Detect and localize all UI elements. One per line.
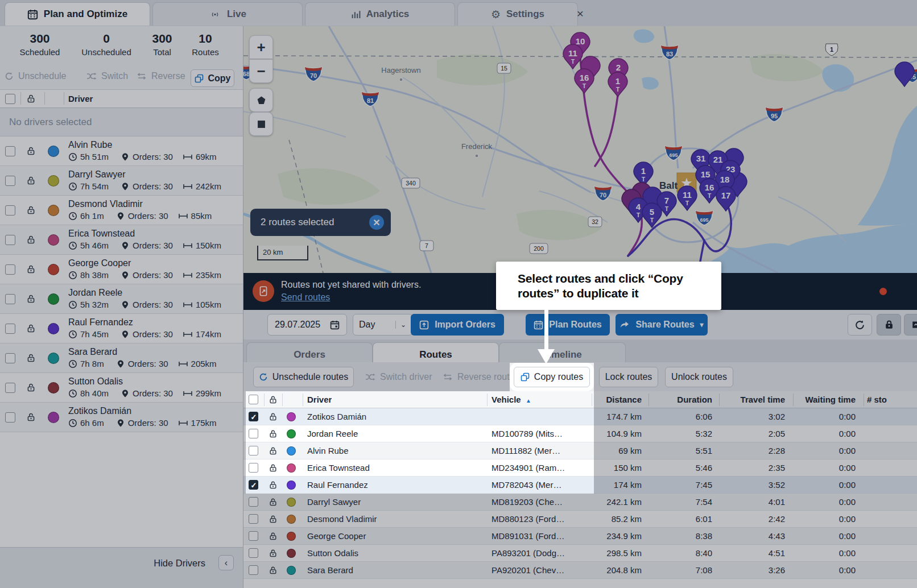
lock-column-icon bbox=[269, 395, 278, 404]
copy-routes-spotlight: Copy routes bbox=[514, 367, 590, 387]
unlock-icon[interactable] bbox=[269, 446, 278, 456]
copy-routes-button[interactable]: Copy routes bbox=[514, 367, 590, 387]
col-driver[interactable]: Driver bbox=[307, 391, 332, 408]
row-checkbox[interactable] bbox=[249, 480, 258, 490]
tutorial-dim-overlay bbox=[0, 0, 917, 363]
route-color-dot bbox=[287, 481, 296, 490]
tutorial-arrow-head bbox=[538, 349, 555, 364]
col-vehicle[interactable]: Vehicle ▲ bbox=[491, 391, 531, 409]
unlock-icon[interactable] bbox=[269, 463, 278, 473]
route-color-dot bbox=[287, 446, 296, 456]
tutorial-arrow bbox=[544, 309, 548, 350]
unlock-icon[interactable] bbox=[269, 429, 278, 438]
row-checkbox[interactable] bbox=[249, 446, 258, 456]
tutorial-dim-overlay bbox=[0, 391, 246, 494]
route-color-dot bbox=[287, 429, 296, 438]
route-color-dot bbox=[287, 463, 296, 473]
cell-driver: Erica Townstead bbox=[307, 459, 484, 476]
tutorial-tooltip: Select routes and click “Copy routes” to… bbox=[496, 262, 721, 310]
cell-driver: Zotikos Damián bbox=[307, 408, 484, 425]
cell-driver: Raul Fernandez bbox=[307, 477, 484, 493]
copy-icon bbox=[521, 372, 530, 382]
row-checkbox[interactable] bbox=[249, 429, 258, 438]
tutorial-dim-overlay bbox=[0, 363, 510, 391]
app-window: Plan and Optimize Live Analytics ⚙ Setti… bbox=[0, 0, 917, 588]
sort-ascending-icon: ▲ bbox=[526, 397, 531, 404]
route-color-dot bbox=[287, 412, 296, 421]
cell-driver: Alvin Rube bbox=[307, 442, 484, 459]
row-checkbox[interactable] bbox=[249, 463, 258, 473]
unlock-icon[interactable] bbox=[269, 412, 278, 421]
unlock-icon[interactable] bbox=[269, 481, 278, 490]
cell-driver: Jordan Reele bbox=[307, 425, 484, 442]
tutorial-dim-overlay bbox=[0, 494, 917, 588]
row-checkbox[interactable] bbox=[249, 412, 258, 421]
tutorial-dim-overlay bbox=[594, 363, 917, 494]
select-all-checkbox[interactable] bbox=[249, 395, 258, 404]
tutorial-tooltip-text: Select routes and click “Copy routes” to… bbox=[518, 271, 708, 301]
